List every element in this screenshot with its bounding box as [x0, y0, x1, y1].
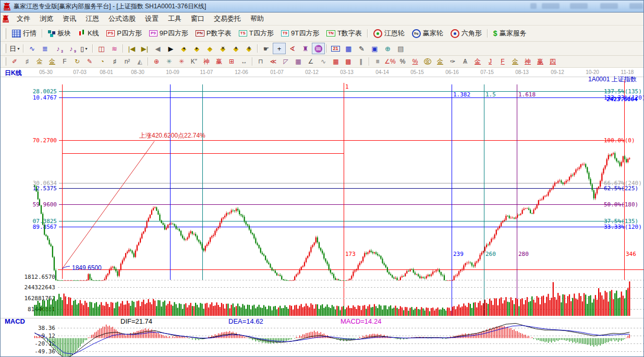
- zigzag-tool[interactable]: ∿: [317, 56, 330, 67]
- menu-item-formula-picker[interactable]: 公式选股: [104, 13, 140, 25]
- diamond-center[interactable]: ◆✛: [242, 43, 256, 54]
- f-grid-tool[interactable]: F: [58, 56, 71, 67]
- menu-item-browse[interactable]: 浏览: [35, 13, 58, 25]
- wave-9-tool[interactable]: ♪9: [65, 43, 78, 54]
- gann-trend-line[interactable]: [62, 141, 154, 269]
- radial-web-box-tool[interactable]: ✳: [175, 56, 188, 67]
- trend-scribble-tool[interactable]: ∿: [26, 43, 39, 54]
- box-gauge-tool[interactable]: ⊓: [254, 56, 267, 67]
- diamond-shift-right[interactable]: ◆▸: [190, 43, 203, 54]
- angle-measure-tool[interactable]: ∢: [286, 43, 299, 54]
- shen-angle-tool[interactable]: 神: [521, 56, 534, 67]
- gold-grid-tool[interactable]: 金: [33, 56, 46, 67]
- gann-target-tool[interactable]: ⊕: [150, 56, 163, 67]
- gold-angle-tool[interactable]: 金: [509, 56, 521, 67]
- winner-wheel-button[interactable]: Big赢家轮: [408, 28, 447, 39]
- menu-item-window[interactable]: 窗口: [186, 13, 209, 25]
- quotes-button[interactable]: 行情: [8, 28, 40, 39]
- brush-tool[interactable]: ✐: [8, 56, 21, 67]
- info-panel-tool[interactable]: ≣: [39, 43, 52, 54]
- kline-button[interactable]: K线: [75, 28, 103, 39]
- si-angle-tool[interactable]: 四: [546, 56, 559, 67]
- chart-pen-tool[interactable]: ✎: [83, 56, 96, 67]
- gold-circle-tool[interactable]: 金: [421, 56, 434, 67]
- save-button[interactable]: ▣: [368, 43, 381, 54]
- period-day-dropdown[interactable]: 日▼: [8, 43, 21, 54]
- notes-button[interactable]: ✎: [355, 43, 368, 54]
- f-angle-tool[interactable]: F: [496, 56, 509, 67]
- gold-grid-2-tool[interactable]: 金: [46, 56, 58, 67]
- calculator-button[interactable]: ▦: [342, 43, 355, 54]
- diamond-star[interactable]: ◆✦: [229, 43, 242, 54]
- spiral-tool[interactable]: ↻: [71, 56, 83, 67]
- last-page-button[interactable]: ▶|: [138, 43, 151, 54]
- hexagon-button[interactable]: 六角形: [447, 28, 485, 39]
- toolbar-grip[interactable]: [4, 57, 6, 65]
- candle-style-dropdown[interactable]: ▯▼: [78, 43, 91, 54]
- prev-page-button[interactable]: ◀: [151, 43, 164, 54]
- menu-item-help[interactable]: 帮助: [246, 13, 269, 25]
- toolbar-grip[interactable]: [4, 28, 6, 39]
- next-page-button[interactable]: ▶: [164, 43, 177, 54]
- net-box-tool[interactable]: ▦: [292, 56, 305, 67]
- 9t-square-button[interactable]: T99T四方形: [277, 28, 323, 39]
- n-squared-tool[interactable]: n²: [121, 56, 133, 67]
- diamond-shift-left[interactable]: ◆◂: [177, 43, 190, 54]
- menu-item-gann[interactable]: 江恩: [81, 13, 104, 25]
- menu-item-news[interactable]: 资讯: [58, 13, 81, 25]
- shen-grid-tool[interactable]: 神: [200, 56, 213, 67]
- fan-box-tool[interactable]: ◸: [280, 56, 292, 67]
- p-square-button[interactable]: PSP四方形: [103, 28, 145, 39]
- gann-wheel-button[interactable]: 江恩轮: [370, 28, 408, 39]
- gold-levels-tool[interactable]: 金: [434, 56, 446, 67]
- first-page-button[interactable]: |◀: [125, 43, 138, 54]
- numbered-grid-tool[interactable]: ⊞: [225, 56, 238, 67]
- map-region-tool[interactable]: ♒: [312, 43, 325, 54]
- diamond-compress[interactable]: ◆✕: [216, 43, 229, 54]
- t-square-button[interactable]: TST四方形: [235, 28, 277, 39]
- toolbar-grip[interactable]: [4, 44, 6, 53]
- crosshair-tool[interactable]: +: [273, 43, 286, 54]
- comb-grid-3-tool[interactable]: ♯: [108, 56, 121, 67]
- comb-grid-tool[interactable]: ♯: [21, 56, 33, 67]
- red-grid-2-tool[interactable]: ▩: [342, 56, 355, 67]
- percent-angle-tool[interactable]: ∠%: [384, 56, 396, 67]
- hand-tool[interactable]: ☛: [260, 43, 273, 54]
- volume-profile-tool[interactable]: ≋: [108, 43, 121, 54]
- 9p-square-button[interactable]: P99P四方形: [145, 28, 192, 39]
- percent-tool[interactable]: %: [396, 56, 409, 67]
- kline-chart-svg[interactable]: 05-3007-0308-0108-3010-0911-0712-0601-07…: [1, 68, 644, 357]
- ray-fan-tool[interactable]: ≪: [267, 56, 280, 67]
- k-marks-tool[interactable]: K″: [188, 56, 200, 67]
- span-measure-tool[interactable]: ↔: [238, 56, 250, 67]
- parallel-lines-tool[interactable]: ∥: [355, 56, 367, 67]
- angle-guide-tool[interactable]: ◭: [133, 56, 146, 67]
- workstation-button[interactable]: ▤: [394, 43, 407, 54]
- web-button[interactable]: ⊕: [381, 43, 394, 54]
- marker-tool[interactable]: ✑: [446, 56, 459, 67]
- calendar-button[interactable]: 21: [329, 43, 342, 54]
- diamond-expand[interactable]: ◆↔: [203, 43, 216, 54]
- menu-item-trade-entrust[interactable]: 交易委托: [209, 13, 246, 25]
- j-angle-tool[interactable]: J: [484, 56, 496, 67]
- winner-service-button[interactable]: $赢家服务: [490, 28, 530, 39]
- red-grid-tool[interactable]: ▦: [330, 56, 342, 67]
- ying-angle-tool[interactable]: 赢: [534, 56, 546, 67]
- menu-item-settings[interactable]: 设置: [140, 13, 163, 25]
- sectors-button[interactable]: 板块: [44, 28, 75, 39]
- percent-lines-tool[interactable]: %: [409, 56, 421, 67]
- gold-red-levels-tool[interactable]: 金: [471, 56, 484, 67]
- p-number-table-button[interactable]: PNP数字表: [192, 28, 235, 39]
- menu-item-tools[interactable]: 工具: [163, 13, 186, 25]
- wave-3-tool[interactable]: ♪3: [52, 43, 65, 54]
- gann-shape-tool[interactable]: ♜: [299, 43, 312, 54]
- angle-rays-tool[interactable]: ∠: [305, 56, 317, 67]
- chart-area[interactable]: 05-3007-0308-0108-3010-0911-0712-0601-07…: [1, 68, 644, 357]
- degree-circle-tool[interactable]: ◔: [96, 56, 108, 67]
- gann-pattern-tool[interactable]: ◫: [95, 43, 108, 54]
- wave-band-tool[interactable]: Ѧ: [459, 56, 471, 67]
- t-number-table-button[interactable]: TNT数字表: [323, 28, 366, 39]
- price-scale-tool[interactable]: ≡: [371, 56, 384, 67]
- menu-item-file[interactable]: 文件: [12, 13, 35, 25]
- radial-web-tool[interactable]: ✳: [163, 56, 175, 67]
